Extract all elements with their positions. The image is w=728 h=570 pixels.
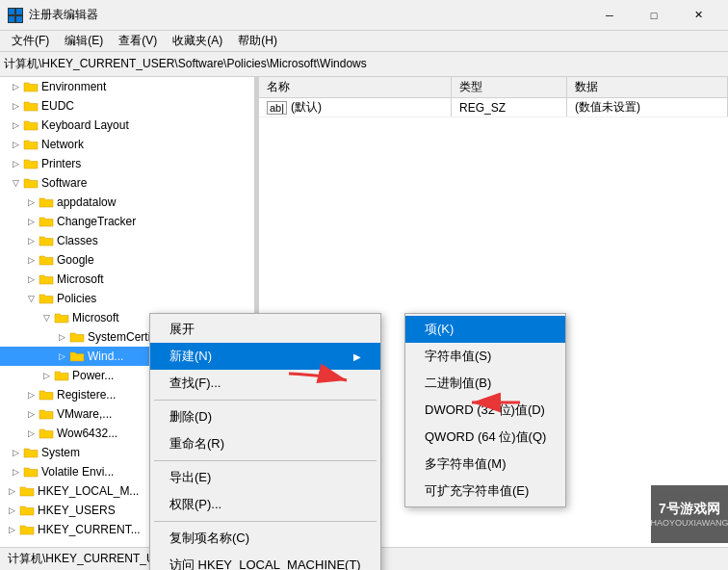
expand-icon: ▷ bbox=[8, 464, 23, 479]
folder-icon bbox=[23, 138, 39, 151]
ctx-delete[interactable]: 删除(D) bbox=[150, 403, 380, 430]
sub-item-dword[interactable]: DWORD (32 位)值(D) bbox=[405, 397, 565, 424]
tree-item-changetracker[interactable]: ▷ ChangeTracker bbox=[0, 212, 254, 231]
tree-label: Wind... bbox=[88, 350, 123, 363]
tree-label: Power... bbox=[72, 369, 114, 382]
tree-label: Network bbox=[41, 138, 84, 151]
col-header-name: 名称 bbox=[259, 77, 452, 97]
tree-item-appdatalow[interactable]: ▷ appdatalow bbox=[0, 193, 254, 212]
svg-rect-0 bbox=[9, 9, 14, 14]
tree-item-keyboard-layout[interactable]: ▷ Keyboard Layout bbox=[0, 116, 254, 135]
default-label: (默认) bbox=[291, 99, 322, 116]
menu-view[interactable]: 查看(V) bbox=[111, 31, 165, 51]
app-icon bbox=[8, 8, 23, 23]
svg-rect-3 bbox=[16, 16, 22, 22]
tree-label: Microsoft bbox=[72, 311, 119, 324]
sub-item-multistring[interactable]: 多字符串值(M) bbox=[405, 451, 565, 478]
tree-item-google[interactable]: ▷ Google bbox=[0, 250, 254, 270]
sub-item-string[interactable]: 字符串值(S) bbox=[405, 343, 565, 370]
address-path: 计算机\HKEY_CURRENT_USER\Software\Policies\… bbox=[4, 56, 367, 72]
tree-label: EUDC bbox=[41, 99, 74, 113]
tree-item-microsoft-sub[interactable]: ▷ Microsoft bbox=[0, 270, 254, 289]
col-header-type: 类型 bbox=[452, 77, 567, 97]
expand-icon: ▷ bbox=[8, 156, 23, 171]
tree-label: Printers bbox=[41, 157, 81, 170]
menu-file[interactable]: 文件(F) bbox=[4, 31, 57, 51]
svg-rect-2 bbox=[9, 16, 14, 22]
cell-data: (数值未设置) bbox=[567, 98, 728, 117]
ctx-copy-name[interactable]: 复制项名称(C) bbox=[150, 525, 380, 552]
address-bar: 计算机\HKEY_CURRENT_USER\Software\Policies\… bbox=[0, 52, 728, 77]
window-controls: ─ □ ✕ bbox=[587, 0, 720, 31]
sub-context-menu: 项(K) 字符串值(S) 二进制值(B) DWORD (32 位)值(D) QW… bbox=[404, 313, 566, 507]
expand-icon: ▷ bbox=[23, 272, 39, 287]
menu-bar: 文件(F) 编辑(E) 查看(V) 收藏夹(A) 帮助(H) bbox=[0, 31, 728, 52]
title-bar: 注册表编辑器 ─ □ ✕ bbox=[0, 0, 728, 31]
sub-item-qword[interactable]: QWORD (64 位)值(Q) bbox=[405, 424, 565, 451]
tree-label: HKEY_LOCAL_M... bbox=[38, 484, 139, 498]
context-menu: 展开 新建(N) ▶ 查找(F)... 删除(D) 重命名(R) 导出(E) 权… bbox=[149, 313, 381, 570]
col-header-data: 数据 bbox=[567, 77, 728, 97]
tree-item-printers[interactable]: ▷ Printers bbox=[0, 154, 254, 173]
tree-label: Classes bbox=[57, 234, 98, 247]
expand-icon: ▷ bbox=[4, 503, 19, 518]
folder-icon bbox=[23, 465, 39, 479]
menu-favorites[interactable]: 收藏夹(A) bbox=[165, 31, 230, 51]
ctx-rename[interactable]: 重命名(R) bbox=[150, 430, 380, 457]
ctx-permissions[interactable]: 权限(P)... bbox=[150, 491, 380, 518]
folder-icon bbox=[39, 215, 54, 228]
sub-item-expandstring[interactable]: 可扩充字符串值(E) bbox=[405, 478, 565, 505]
folder-icon bbox=[69, 330, 85, 344]
menu-help[interactable]: 帮助(H) bbox=[230, 31, 285, 51]
folder-icon bbox=[54, 311, 69, 324]
tree-label: Microsoft bbox=[57, 272, 104, 286]
ctx-expand[interactable]: 展开 bbox=[150, 316, 380, 343]
tree-label: appdatalow bbox=[57, 195, 116, 209]
sub-item-key[interactable]: 项(K) bbox=[405, 316, 565, 343]
folder-icon bbox=[39, 388, 54, 402]
expand-icon: ▷ bbox=[8, 137, 23, 152]
tree-label: Wow6432... bbox=[57, 427, 117, 440]
minimize-button[interactable]: ─ bbox=[587, 0, 632, 31]
ctx-separator-3 bbox=[154, 521, 377, 522]
tree-item-software[interactable]: ▽ Software bbox=[0, 173, 254, 193]
folder-icon bbox=[69, 350, 85, 363]
menu-edit[interactable]: 编辑(E) bbox=[57, 31, 111, 51]
folder-icon bbox=[54, 369, 69, 382]
folder-icon bbox=[23, 80, 39, 93]
table-row[interactable]: ab| (默认) REG_SZ (数值未设置) bbox=[259, 98, 728, 117]
close-button[interactable]: ✕ bbox=[676, 0, 720, 31]
ctx-find[interactable]: 查找(F)... bbox=[150, 370, 380, 397]
tree-item-classes[interactable]: ▷ Classes bbox=[0, 231, 254, 250]
folder-icon bbox=[23, 157, 39, 170]
expand-icon: ▷ bbox=[23, 406, 39, 422]
expand-icon: ▷ bbox=[4, 483, 19, 499]
expand-icon: ▷ bbox=[8, 98, 23, 114]
expand-icon: ▷ bbox=[8, 117, 23, 133]
expand-icon: ▽ bbox=[23, 291, 39, 306]
ctx-visit[interactable]: 访问 HKEY_LOCAL_MACHINE(T) bbox=[150, 552, 380, 570]
folder-icon bbox=[39, 253, 54, 267]
folder-icon bbox=[39, 427, 54, 440]
expand-icon: ▷ bbox=[54, 329, 69, 345]
tree-label: System bbox=[41, 446, 80, 459]
ctx-new[interactable]: 新建(N) ▶ bbox=[150, 343, 380, 370]
tree-label: Registere... bbox=[57, 388, 116, 402]
tree-item-network[interactable]: ▷ Network bbox=[0, 135, 254, 154]
tree-item-eudc[interactable]: ▷ EUDC bbox=[0, 96, 254, 116]
tree-item-environment[interactable]: ▷ Environment bbox=[0, 77, 254, 96]
folder-icon bbox=[23, 176, 39, 190]
sub-item-binary[interactable]: 二进制值(B) bbox=[405, 370, 565, 397]
expand-icon: ▷ bbox=[23, 233, 39, 248]
expand-icon: ▷ bbox=[8, 79, 23, 94]
ctx-export[interactable]: 导出(E) bbox=[150, 464, 380, 491]
cell-type: REG_SZ bbox=[452, 98, 567, 117]
tree-label: Environment bbox=[41, 80, 106, 93]
tree-label: HKEY_USERS bbox=[38, 504, 116, 517]
folder-icon bbox=[39, 195, 54, 209]
tree-item-policies[interactable]: ▽ Policies bbox=[0, 289, 254, 308]
folder-icon bbox=[19, 523, 35, 536]
maximize-button[interactable]: □ bbox=[632, 0, 676, 31]
expand-icon: ▷ bbox=[23, 387, 39, 402]
folder-icon bbox=[39, 292, 54, 305]
